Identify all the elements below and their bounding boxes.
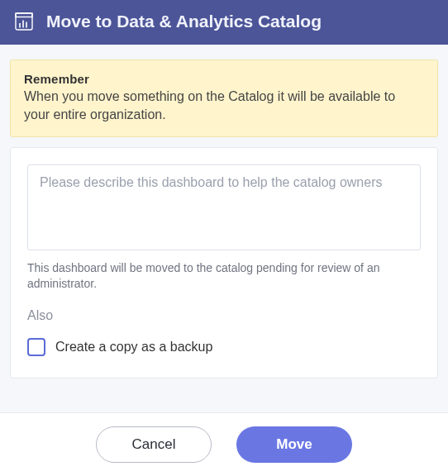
move-to-catalog-dialog: Move to Data & Analytics Catalog Remembe… — [0, 0, 448, 476]
dialog-header: Move to Data & Analytics Catalog — [0, 0, 448, 45]
svg-rect-1 — [16, 13, 32, 17]
description-input[interactable] — [27, 164, 421, 250]
dialog-title: Move to Data & Analytics Catalog — [46, 12, 322, 31]
cancel-button[interactable]: Cancel — [96, 426, 212, 463]
backup-checkbox[interactable] — [27, 338, 45, 356]
warning-title: Remember — [24, 72, 424, 86]
backup-checkbox-label: Create a copy as a backup — [55, 340, 212, 355]
dialog-footer: Cancel Move — [0, 412, 448, 476]
form-panel: This dashboard will be moved to the cata… — [10, 147, 438, 378]
dialog-body: Remember When you move something on the … — [0, 45, 448, 412]
warning-text: When you move something on the Catalog i… — [24, 88, 424, 123]
svg-rect-0 — [16, 13, 32, 30]
pending-note: This dashboard will be moved to the cata… — [27, 260, 421, 292]
chart-icon — [15, 12, 33, 31]
warning-banner: Remember When you move something on the … — [10, 60, 438, 137]
backup-checkbox-row: Create a copy as a backup — [27, 338, 421, 356]
also-label: Also — [27, 308, 421, 323]
move-button[interactable]: Move — [236, 426, 352, 463]
